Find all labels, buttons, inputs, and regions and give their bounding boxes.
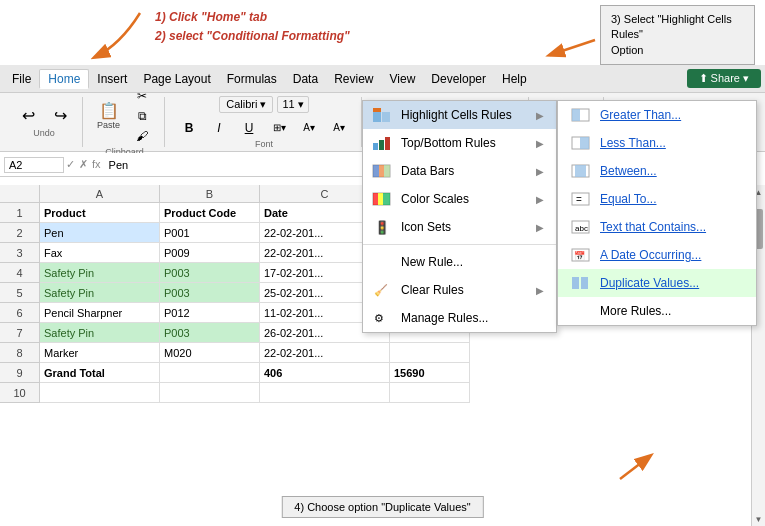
table-cell[interactable] [390,343,470,363]
menu-developer[interactable]: Developer [423,70,494,88]
table-cell[interactable] [160,363,260,383]
row-header[interactable]: 7 [0,323,40,343]
font-color-button[interactable]: A▾ [325,119,353,137]
menu-page-layout[interactable]: Page Layout [135,70,218,88]
font-size-selector[interactable]: 11 ▾ [277,96,308,113]
table-cell[interactable]: 15690 [390,363,470,383]
menu-data[interactable]: Data [285,70,326,88]
row-header[interactable]: 1 [0,203,40,223]
svg-text:abc: abc [575,224,588,233]
highlight-submenu-item[interactable]: More Rules... [558,297,756,325]
menu-help[interactable]: Help [494,70,535,88]
submenu-arrow-icon: ▶ [536,285,544,296]
row-header[interactable]: 4 [0,263,40,283]
table-cell[interactable] [260,383,390,403]
submenu-item-link[interactable]: Equal To... [600,192,656,206]
undo-button[interactable]: ↩ [14,106,42,126]
row-header[interactable]: 9 [0,363,40,383]
highlight-submenu-item[interactable]: Between... [558,157,756,185]
share-button[interactable]: ⬆ Share ▾ [687,69,761,88]
highlight-submenu-item[interactable]: Greater Than... [558,101,756,129]
redo-button[interactable]: ↪ [46,106,74,126]
menu-formulas[interactable]: Formulas [219,70,285,88]
step4-text: 4) Choose option "Duplicate Values" [294,501,470,513]
cell-reference-input[interactable] [4,157,64,173]
row-header[interactable]: 10 [0,383,40,403]
submenu-item-link[interactable]: Less Than... [600,136,666,150]
row-header[interactable]: 2 [0,223,40,243]
table-cell[interactable]: P003 [160,323,260,343]
submenu-item-link[interactable]: Greater Than... [600,108,681,122]
table-cell[interactable]: P003 [160,283,260,303]
table-cell[interactable]: P012 [160,303,260,323]
highlight-submenu-item[interactable]: Duplicate Values... [558,269,756,297]
table-cell[interactable] [160,383,260,403]
table-cell[interactable]: Pencil Sharpner [40,303,160,323]
row-header[interactable]: 6 [0,303,40,323]
scroll-down-arrow[interactable]: ▼ [752,512,766,526]
table-cell[interactable]: M020 [160,343,260,363]
table-cell[interactable]: P003 [160,263,260,283]
cf-menu-item[interactable]: 🚦Icon Sets▶ [363,213,556,241]
menu-insert[interactable]: Insert [89,70,135,88]
cf-menu-item[interactable]: Data Bars▶ [363,157,556,185]
cf-menu-item[interactable]: Color Scales▶ [363,185,556,213]
table-cell[interactable]: 22-02-201... [260,343,390,363]
menu-home[interactable]: Home [39,69,89,89]
table-cell[interactable]: Product Code [160,203,260,223]
copy-button[interactable]: ⧉ [128,107,156,125]
menu-review[interactable]: Review [326,70,381,88]
table-cell[interactable]: Fax [40,243,160,263]
row-header[interactable]: 3 [0,243,40,263]
highlight-submenu-item[interactable]: Less Than... [558,129,756,157]
cf-menu-item[interactable]: Highlight Cells Rules▶ [363,101,556,129]
cut-button[interactable]: ✂ [128,87,156,105]
cf-menu-item[interactable]: Top/Bottom Rules▶ [363,129,556,157]
font-selector[interactable]: Calibri ▾ [219,96,273,113]
menu-view[interactable]: View [382,70,424,88]
table-cell[interactable]: Safety Pin [40,323,160,343]
menu-item-icon: 🚦 [371,218,393,236]
format-painter-button[interactable]: 🖌 [128,127,156,145]
col-header-b[interactable]: B [160,185,260,203]
bold-button[interactable]: B [175,119,203,137]
submenu-item-link[interactable]: Between... [600,164,657,178]
cf-menu-item[interactable]: New Rule... [363,248,556,276]
undo-label: Undo [33,128,55,138]
submenu-item-link[interactable]: Text that Contains... [600,220,706,234]
highlight-submenu-item[interactable]: =Equal To... [558,185,756,213]
table-cell[interactable]: P001 [160,223,260,243]
submenu-item-link[interactable]: Duplicate Values... [600,276,699,290]
row-header[interactable]: 5 [0,283,40,303]
svg-rect-20 [572,109,580,121]
menu-file[interactable]: File [4,70,39,88]
menu-item-icon [371,106,393,124]
col-header-a[interactable]: A [40,185,160,203]
highlight-submenu-item[interactable]: 📅A Date Occurring... [558,241,756,269]
table-cell[interactable]: Safety Pin [40,283,160,303]
check-icon: ✓ [66,158,75,171]
table-cell[interactable]: Grand Total [40,363,160,383]
table-cell[interactable] [40,383,160,403]
submenu-item-link[interactable]: A Date Occurring... [600,248,701,262]
table-cell[interactable]: Pen [40,223,160,243]
table-cell[interactable]: 406 [260,363,390,383]
cf-menu-item[interactable]: 🧹Clear Rules▶ [363,276,556,304]
italic-button[interactable]: I [205,119,233,137]
menu-item-icon [371,253,393,271]
table-cell[interactable]: Marker [40,343,160,363]
underline-button[interactable]: U [235,119,263,137]
paste-button[interactable]: 📋 Paste [93,101,124,132]
table-cell[interactable]: Product [40,203,160,223]
highlight-submenu-item[interactable]: abcText that Contains... [558,213,756,241]
row-header[interactable]: 8 [0,343,40,363]
font-group-label: Font [255,139,273,149]
border-button[interactable]: ⊞▾ [265,119,293,137]
table-cell[interactable] [390,383,470,403]
fill-color-button[interactable]: A▾ [295,119,323,137]
svg-text:=: = [576,194,582,205]
cf-menu-item[interactable]: ⚙Manage Rules... [363,304,556,332]
table-cell[interactable]: Safety Pin [40,263,160,283]
table-cell[interactable]: P009 [160,243,260,263]
clipboard-group: 📋 Paste ✂ ⧉ 🖌 Clipboard [85,97,165,147]
